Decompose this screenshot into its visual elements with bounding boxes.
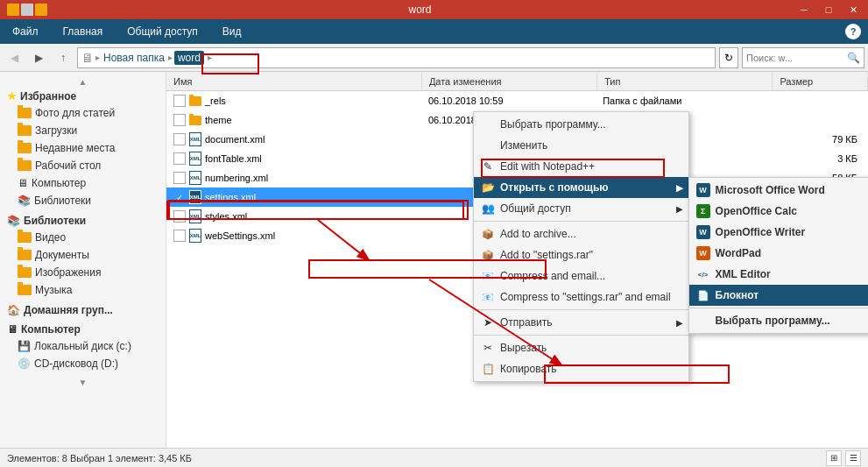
sidebar-libraries-header[interactable]: 📚 Библиотеки xyxy=(0,213,166,229)
sidebar-item-desktop[interactable]: Рабочий стол xyxy=(0,157,166,174)
breadcrumb-arrow[interactable]: ▸ xyxy=(208,53,212,62)
sidebar-item-video[interactable]: Видео xyxy=(0,229,166,246)
ctx-sub-choose[interactable]: Выбрать программу... xyxy=(689,310,868,331)
ctx-sub-notepad[interactable]: 📄 Блокнот xyxy=(689,285,868,306)
checkbox-numbering[interactable] xyxy=(173,172,186,184)
sidebar-item-images[interactable]: Изображения xyxy=(0,264,166,281)
notepadpp-icon: ✎ xyxy=(481,159,495,173)
oowriter-icon: W xyxy=(696,225,710,239)
sidebar-favorites-header[interactable]: ★ Избранное xyxy=(0,88,166,104)
openwith-submenu: W Microsoft Office Word Σ OpenOffice Cal… xyxy=(688,177,868,334)
file-row-rels[interactable]: _rels 06.10.2018 10:59 Папка с файлами xyxy=(166,91,868,110)
ctx-item-cut[interactable]: ✂ Вырезать xyxy=(474,337,688,358)
sidebar-item-localdisk[interactable]: 💾 Локальный диск (с:) xyxy=(0,337,166,355)
forward-button[interactable]: ▶ xyxy=(28,47,49,68)
star-icon: ★ xyxy=(7,90,17,103)
compress-email-icon: 📧 xyxy=(481,269,495,283)
sidebar-computer-header[interactable]: 🖥 Компьютер xyxy=(0,322,166,337)
grid-view-button[interactable]: ⊞ xyxy=(826,450,842,466)
checkbox-document[interactable] xyxy=(173,133,186,145)
tab-file[interactable]: Файл xyxy=(0,19,51,44)
statusbar-text: Элементов: 8 Выбран 1 элемент: 3,45 КБ xyxy=(7,453,192,463)
sidebar-homegroup-header[interactable]: 🏠 Домашняя груп... xyxy=(0,302,166,318)
sidebar-computer-section: 🖥 Компьютер 💾 Локальный диск (с:) 💿 CD-д… xyxy=(0,322,166,372)
ctx-sub-oowriter[interactable]: W OpenOffice Writer xyxy=(689,222,868,243)
checkbox-settings[interactable]: ✓ xyxy=(173,191,186,203)
cd-icon: 💿 xyxy=(18,357,31,370)
sidebar-item-cddrive[interactable]: 💿 CD-дисковод (D:) xyxy=(0,355,166,372)
sidebar-item-docs[interactable]: Документы xyxy=(0,246,166,264)
sidebar-item-downloads[interactable]: Загрузки xyxy=(0,122,166,139)
window-title: word xyxy=(47,4,793,16)
program-icon xyxy=(481,117,495,131)
up-button[interactable]: ↑ xyxy=(53,47,74,68)
sidebar-item-computer[interactable]: 🖥 Компьютер xyxy=(0,174,166,192)
ctx-item-edit[interactable]: Изменить xyxy=(474,135,688,156)
col-header-name[interactable]: Имя xyxy=(166,72,422,90)
library-icon: 📚 xyxy=(18,195,31,207)
sidebar-scroll-down[interactable]: ▼ xyxy=(0,376,166,389)
sidebar-item-photos[interactable]: Фото для статей xyxy=(0,104,166,122)
folder-icon xyxy=(18,143,32,153)
ctx-item-sharing[interactable]: 👥 Общий доступ ▶ xyxy=(474,198,688,219)
ctx-sub-wordpad[interactable]: W WordPad xyxy=(689,243,868,264)
close-button[interactable]: ✕ xyxy=(842,2,864,18)
sharing-icon: 👥 xyxy=(481,202,495,216)
tab-share[interactable]: Общий доступ xyxy=(115,19,210,44)
checkbox-styles[interactable] xyxy=(173,210,186,223)
tab-view[interactable]: Вид xyxy=(210,19,254,44)
folder-icon xyxy=(189,96,201,106)
ctx-item-compress-email[interactable]: 📧 Compress and email... xyxy=(474,265,688,287)
maximize-button[interactable]: □ xyxy=(817,2,840,18)
tab-home[interactable]: Главная xyxy=(51,19,116,44)
context-menu: Выбрать программу... Изменить ✎ Edit wit… xyxy=(473,111,689,382)
ctx-sub-oocalc[interactable]: Σ OpenOffice Calc xyxy=(689,201,868,222)
help-button[interactable]: ? xyxy=(845,24,861,39)
breadcrumb-item-newfolder[interactable]: Новая папка xyxy=(102,52,166,64)
refresh-button[interactable]: ↻ xyxy=(719,47,738,68)
checkbox-theme[interactable] xyxy=(173,114,186,126)
folder-icon xyxy=(18,232,32,243)
xml-icon: XML xyxy=(189,152,201,166)
archive-icon: 📦 xyxy=(481,227,495,241)
col-header-type[interactable]: Тип xyxy=(597,72,773,90)
search-input[interactable] xyxy=(746,53,847,63)
ctx-item-addrar[interactable]: 📦 Add to "settings.rar" xyxy=(474,244,688,265)
xml-icon: XML xyxy=(189,171,201,185)
sidebar-favorites-label: Избранное xyxy=(20,90,76,103)
sidebar-item-recent[interactable]: Недавние места xyxy=(0,139,166,157)
checkbox-fonttable[interactable] xyxy=(173,152,186,165)
xml-icon: XML xyxy=(189,209,201,223)
statusbar: Элементов: 8 Выбран 1 элемент: 3,45 КБ ⊞… xyxy=(0,448,868,467)
submenu-arrow-send: ▶ xyxy=(676,318,683,328)
ctx-sep2 xyxy=(474,309,688,310)
ctx-item-openwith[interactable]: 📂 Открыть с помощью ▶ W Microsoft Office… xyxy=(474,177,688,198)
ctx-sub-xmleditor[interactable]: </> XML Editor xyxy=(689,264,868,285)
xml-icon: XML xyxy=(189,229,201,243)
breadcrumb-item-word[interactable]: word xyxy=(174,51,204,65)
ctx-sub-msword[interactable]: W Microsoft Office Word xyxy=(689,180,868,201)
ctx-item-notepadpp[interactable]: ✎ Edit with Notepad++ xyxy=(474,156,688,177)
send-icon: ➤ xyxy=(481,315,495,329)
checkbox-rels[interactable] xyxy=(173,95,186,107)
col-header-size[interactable]: Размер xyxy=(773,72,868,90)
cut-icon: ✂ xyxy=(481,341,495,355)
ctx-item-send[interactable]: ➤ Отправить ▶ xyxy=(474,312,688,333)
xmleditor-icon: </> xyxy=(696,267,710,281)
checkbox-websettings[interactable] xyxy=(173,230,186,242)
col-header-date[interactable]: Дата изменения xyxy=(422,72,597,90)
computer-icon: 🖥 xyxy=(7,323,18,336)
list-view-button[interactable]: ☰ xyxy=(845,450,861,466)
titlebar: word ─ □ ✕ xyxy=(0,0,868,19)
minimize-button[interactable]: ─ xyxy=(793,2,815,18)
sidebar-item-music[interactable]: Музыка xyxy=(0,281,166,299)
ctx-item-compress-rar-email[interactable]: 📧 Compress to "settings.rar" and email xyxy=(474,287,688,308)
copy-icon: 📋 xyxy=(481,362,495,376)
back-button[interactable]: ◀ xyxy=(4,47,25,68)
ctx-item-choose-program[interactable]: Выбрать программу... xyxy=(474,114,688,135)
sidebar-scroll-up[interactable]: ▲ xyxy=(0,75,166,88)
submenu-arrow-sharing: ▶ xyxy=(676,204,683,214)
ctx-item-copy[interactable]: 📋 Копировать xyxy=(474,358,688,379)
ctx-item-addarchive[interactable]: 📦 Add to archive... xyxy=(474,223,688,244)
sidebar-item-libraries[interactable]: 📚 Библиотеки xyxy=(0,192,166,209)
